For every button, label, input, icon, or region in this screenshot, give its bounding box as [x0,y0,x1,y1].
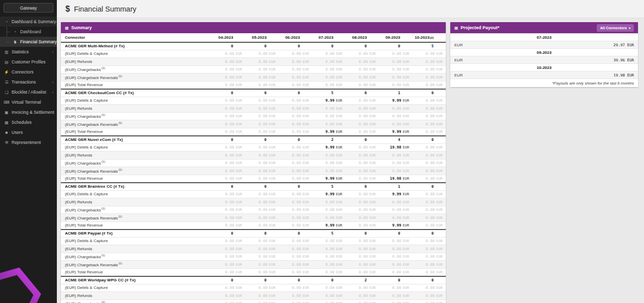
money-cell: 0.00EUR [245,192,278,196]
tx-count-cell: 2 [346,278,379,282]
money-cell: 0.00EUR [346,176,379,181]
sidebar-item-statistics[interactable]: ▥Statistics› [0,47,57,57]
money-cell: 0.00EUR [245,169,278,173]
sidebar-item-representment[interactable]: ⚒Representment [0,137,57,147]
money-cell: 0.00EUR [379,114,412,118]
money-cell: 0.00EUR [346,153,379,158]
table-row: (EUR) Refunds0.00EUR0.00EUR0.00EUR0.00EU… [61,198,446,206]
row-label: (EUR) Refunds [61,106,212,111]
money-cell: 0.00EUR [379,59,412,64]
money-cell: 0.00EUR [312,270,345,274]
sidebar-item-financial-summary[interactable]: $Financial Summary [0,37,57,47]
table-row: (EUR) Chargebacks(1)0.00EUR0.00EUR0.00EU… [61,206,446,214]
wrench-icon: ⚒ [4,140,10,145]
money-cell: 9.99EUR [312,98,345,103]
sidebar-item-dashboard-summary[interactable]: ◔Dashboard & Summary› [0,17,57,27]
money-cell: 0.00EUR [413,285,446,290]
money-cell: 0.00EUR [312,83,345,87]
money-cell: 0.00EUR [379,122,412,126]
sidebar-item-schedules[interactable]: ▦Schedules [0,117,57,127]
money-cell: 0.00EUR [413,239,446,243]
row-label: (EUR) Refunds [61,153,212,158]
money-cell: 0.00EUR [212,153,245,158]
sidebar-item-transactions[interactable]: ☰Transactions› [0,77,57,87]
table-row: (EUR) Total Revenue0.00EUR0.00EUR0.00EUR… [61,81,446,89]
money-cell: 0.00EUR [346,83,379,87]
row-label: (EUR) Chargeback Reversals(1) [61,262,212,267]
row-label: (EUR) Debits & Capture [61,285,212,290]
all-connectors-dropdown[interactable]: All Connectors ▾ [597,24,634,32]
row-label: (EUR) Chargebacks(1) [61,160,212,166]
tx-count-cell: 0 [279,278,312,282]
tx-count-cell: 0 [379,278,412,282]
month-column-header: 05-2023 [245,35,278,40]
gateway-button[interactable]: Gateway [4,3,53,13]
dollar-icon: $ [65,5,70,14]
money-cell: 0.00EUR [212,207,245,212]
sidebar-item-customer-profiles[interactable]: ▤Customer Profiles [0,57,57,67]
money-cell: 0.00EUR [245,293,278,298]
money-cell: 0.00EUR [245,75,278,80]
connector-group-name: ACME GER Nuvei eCom (# Tx) [61,137,212,142]
summary-panel-title: Summary [71,25,92,30]
money-cell: 0.00EUR [413,293,446,298]
sidebar-item-users[interactable]: ☻Users [0,127,57,137]
money-cell: 0.00EUR [346,192,379,196]
money-cell: 9.99EUR [312,176,345,181]
sidebar-item-invoicing-settlement[interactable]: ▣Invoicing & Settlement [0,107,57,117]
row-label: (EUR) Debits & Capture [61,98,212,103]
money-cell: 0.00EUR [413,254,446,259]
table-row: (EUR) Debits & Capture0.00EUR0.00EUR0.00… [61,143,446,152]
money-cell: 0.00EUR [379,200,412,204]
sidebar-item-label: Connectors [12,69,33,74]
money-cell: 0.00EUR [245,106,278,111]
money-cell: 0.00EUR [279,83,312,87]
money-cell: 0.00EUR [346,106,379,111]
chevron-right-icon: › [52,90,53,95]
money-cell: 0.00EUR [245,262,278,267]
row-label: (EUR) Chargebacks(1) [61,254,212,259]
money-cell: 0.00EUR [413,83,446,87]
sidebar-item-dashboard[interactable]: ◔Dashboard [0,27,57,37]
file-icon: ❏ [4,90,10,95]
sidebar-item-virtual-terminal[interactable]: ⌨Virtual Terminal [0,97,57,107]
money-cell: 0.00EUR [212,247,245,251]
money-cell: 0.00EUR [346,223,379,228]
money-cell: 0.00EUR [212,67,245,71]
row-label: (EUR) Chargebacks(1) [61,207,212,212]
table-row: (EUR) Debits & Capture0.00EUR0.00EUR0.00… [61,50,446,58]
money-cell: 0.00EUR [279,161,312,165]
money-cell: 0.00EUR [212,176,245,181]
row-label: (EUR) Total Revenue [61,176,212,181]
sidebar-item-blocklist-allowlist[interactable]: ❏Blocklist / Allowlist› [0,87,57,97]
money-cell: 0.00EUR [212,51,245,56]
money-cell: 0.00EUR [212,75,245,80]
list-icon: ☰ [4,80,10,85]
sidebar-item-label: Schedules [12,120,32,125]
money-cell: 0.00EUR [413,192,446,196]
table-row: (EUR) Refunds0.00EUR0.00EUR0.00EUR0.00EU… [61,104,446,112]
month-column-header: 07-2023 [312,35,345,40]
money-cell: 0.00EUR [212,145,245,149]
table-row: (EUR) Chargebacks(1)0.00EUR0.00EUR0.00EU… [61,65,446,73]
table-row: (EUR) Chargeback Reversals(1)0.00EUR0.00… [61,167,446,175]
row-label: (EUR) Chargeback Reversals(1) [61,121,212,127]
sidebar-item-connectors[interactable]: ⚡Connectors [0,67,57,77]
money-cell: 0.00EUR [279,75,312,80]
money-cell: 0.00EUR [312,254,345,259]
table-row: (EUR) Chargeback Reversals(1)0.00EUR0.00… [61,73,446,81]
money-cell: 0.00EUR [312,301,345,303]
money-cell: 0.00EUR [379,262,412,267]
money-cell: 0.00EUR [212,270,245,274]
money-cell: 0.00EUR [212,262,245,267]
money-cell: 0.00EUR [413,153,446,158]
tx-count-cell: 0 [413,278,446,282]
sidebar-item-label: Virtual Terminal [12,100,41,105]
tx-count-cell: 0 [346,44,379,48]
users-icon: ☻ [4,130,10,135]
tx-count-cell: 0 [346,91,379,95]
money-cell: 0.00EUR [413,59,446,64]
money-cell: 0.00EUR [413,75,446,80]
table-row: (EUR) Chargeback Reversals(1)0.00EUR0.00… [61,213,446,221]
money-cell: 0.00EUR [279,239,312,243]
